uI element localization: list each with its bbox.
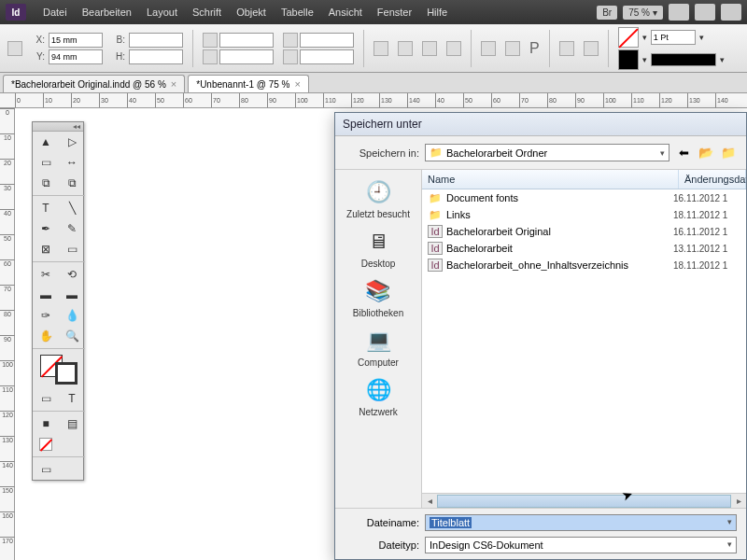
shear-input[interactable] — [300, 49, 354, 64]
gradient-swatch-tool[interactable]: ▬ — [33, 285, 59, 305]
formatting-text-icon[interactable]: T — [59, 388, 85, 409]
place-item[interactable]: 📚Bibliotheken — [353, 276, 403, 318]
rotate-icon[interactable] — [283, 33, 298, 48]
arrange-button[interactable] — [695, 4, 715, 21]
content-placer-tool[interactable]: ⧉ — [59, 173, 85, 193]
free-transform-tool[interactable]: ⟲ — [59, 264, 85, 285]
ruler-horizontal[interactable]: 0102030405060708090100110120130140405060… — [0, 93, 747, 108]
menu-objekt[interactable]: Objekt — [229, 3, 274, 21]
filetype-combo[interactable]: InDesign CS6-Dokument▾ — [425, 537, 737, 553]
note-tool[interactable]: ✑ — [33, 305, 59, 326]
chevron-down-icon[interactable]: ▾ — [720, 55, 725, 64]
rotate-input[interactable] — [300, 33, 354, 48]
flip-h-icon[interactable] — [422, 41, 437, 56]
fill-stroke-proxy[interactable] — [33, 351, 85, 388]
menu-layout[interactable]: Layout — [139, 3, 185, 21]
workspace-button[interactable] — [721, 4, 741, 21]
stroke-swatch[interactable] — [618, 49, 639, 70]
fill-swatch[interactable] — [618, 27, 639, 48]
scroll-track[interactable] — [437, 495, 731, 508]
view-mode-button[interactable]: ▭ — [33, 459, 59, 480]
apply-color-icon[interactable]: ■ — [33, 413, 59, 434]
menu-schrift[interactable]: Schrift — [185, 3, 229, 21]
select-content-icon[interactable] — [505, 41, 520, 56]
apply-none-icon[interactable] — [33, 434, 59, 455]
file-list-header[interactable]: Name Änderungsdatum — [422, 170, 746, 189]
gradient-feather-tool[interactable]: ▬ — [59, 285, 85, 305]
fitting-icon[interactable] — [559, 41, 574, 56]
scale-x-input[interactable] — [219, 33, 274, 48]
panel-grip[interactable]: ◂◂ — [33, 122, 83, 132]
w-input[interactable] — [129, 33, 183, 48]
x-input[interactable] — [49, 33, 103, 48]
rotate-90-ccw-icon[interactable] — [398, 41, 413, 56]
menu-bearbeiten[interactable]: Bearbeiten — [75, 3, 139, 21]
menu-ansicht[interactable]: Ansicht — [321, 3, 370, 21]
hand-tool[interactable]: ✋ — [33, 326, 59, 346]
file-row[interactable]: 📁Links18.11.2012 1 — [422, 206, 746, 223]
file-row[interactable]: IdBachelorarbeit13.11.2012 1 — [422, 240, 746, 257]
new-folder-button[interactable]: 📁 — [720, 145, 737, 161]
place-item[interactable]: 💻Computer — [358, 326, 399, 368]
apply-gradient-icon[interactable]: ▤ — [59, 413, 85, 434]
fitting-icon-2[interactable] — [584, 41, 599, 56]
stroke-weight-input[interactable] — [651, 30, 696, 45]
file-row[interactable]: IdBachelorarbeit Original16.11.2012 1 — [422, 223, 746, 240]
file-row[interactable]: 📁Document fonts16.11.2012 1 — [422, 189, 746, 206]
filename-input[interactable]: Titelblatt▾ — [425, 514, 737, 531]
up-button[interactable]: 📂 — [698, 145, 714, 161]
selection-tool[interactable]: ▲ — [33, 132, 59, 152]
rotate-90-cw-icon[interactable] — [374, 41, 388, 56]
line-tool[interactable]: ╲ — [59, 198, 85, 218]
zoom-combo[interactable]: 75 %▾ — [623, 6, 663, 20]
close-icon[interactable]: × — [294, 78, 300, 90]
eyedropper-tool[interactable]: 💧 — [59, 305, 85, 326]
type-tool[interactable]: T — [33, 198, 59, 218]
close-icon[interactable]: × — [171, 78, 176, 90]
menu-datei[interactable]: Datei — [35, 3, 75, 21]
doc-tab-1[interactable]: *Unbenannt-1 @ 75 %× — [188, 75, 309, 92]
stroke-proxy[interactable] — [55, 362, 78, 385]
scroll-right-icon[interactable]: ▸ — [731, 496, 746, 506]
zoom-tool[interactable]: 🔍 — [59, 326, 85, 346]
content-collector-tool[interactable]: ⧉ — [33, 173, 59, 193]
reference-point-icon[interactable] — [7, 41, 22, 56]
page-tool[interactable]: ▭ — [33, 152, 59, 173]
col-name[interactable]: Name — [422, 170, 679, 189]
y-input[interactable] — [49, 49, 103, 64]
formatting-container-icon[interactable]: ▭ — [33, 388, 59, 409]
scale-y-icon[interactable] — [203, 49, 218, 64]
place-item[interactable]: 🖥Desktop — [361, 227, 396, 269]
gap-tool[interactable]: ↔ — [59, 152, 85, 173]
screen-mode-button[interactable] — [669, 4, 689, 21]
rectangle-frame-tool[interactable]: ⊠ — [33, 239, 59, 259]
flip-v-icon[interactable] — [446, 41, 461, 56]
chevron-down-icon[interactable]: ▾ — [642, 55, 647, 64]
scale-x-icon[interactable] — [203, 33, 218, 48]
bridge-button[interactable]: Br — [597, 6, 617, 20]
col-modified[interactable]: Änderungsdatum — [679, 170, 746, 189]
place-item[interactable]: 🕘Zuletzt besucht — [346, 177, 410, 219]
save-in-combo[interactable]: 📁 Bachelorarbeit Ordner ▾ — [425, 144, 669, 161]
horizontal-scrollbar[interactable]: ◂ ▸ — [422, 493, 746, 508]
menu-fenster[interactable]: Fenster — [370, 3, 419, 21]
char-style-icon[interactable]: P — [529, 40, 540, 57]
menu-hilfe[interactable]: Hilfe — [419, 3, 455, 21]
direct-selection-tool[interactable]: ▷ — [59, 132, 85, 152]
chevron-down-icon[interactable]: ▾ — [642, 33, 647, 42]
file-row[interactable]: IdBachelorarbeit_ohne_Inhaltsverzeichnis… — [422, 257, 746, 273]
select-container-icon[interactable] — [481, 41, 496, 56]
menu-tabelle[interactable]: Tabelle — [274, 3, 321, 21]
scale-y-input[interactable] — [219, 49, 274, 64]
scissors-tool[interactable]: ✂ — [33, 264, 59, 285]
pen-tool[interactable]: ✒ — [33, 218, 59, 239]
doc-tab-0[interactable]: *Bachelorarbeit Original.indd @ 56 %× — [3, 75, 185, 92]
shear-icon[interactable] — [283, 49, 298, 64]
rectangle-tool[interactable]: ▭ — [59, 239, 85, 259]
scroll-left-icon[interactable]: ◂ — [422, 496, 437, 506]
pencil-tool[interactable]: ✎ — [59, 218, 85, 239]
back-button[interactable]: ⬅ — [675, 145, 692, 161]
chevron-down-icon[interactable]: ▾ — [699, 33, 704, 42]
ruler-vertical[interactable]: 0102030405060708090100110120130140150160… — [0, 108, 15, 560]
place-item[interactable]: 🌐Netzwerk — [359, 375, 398, 417]
